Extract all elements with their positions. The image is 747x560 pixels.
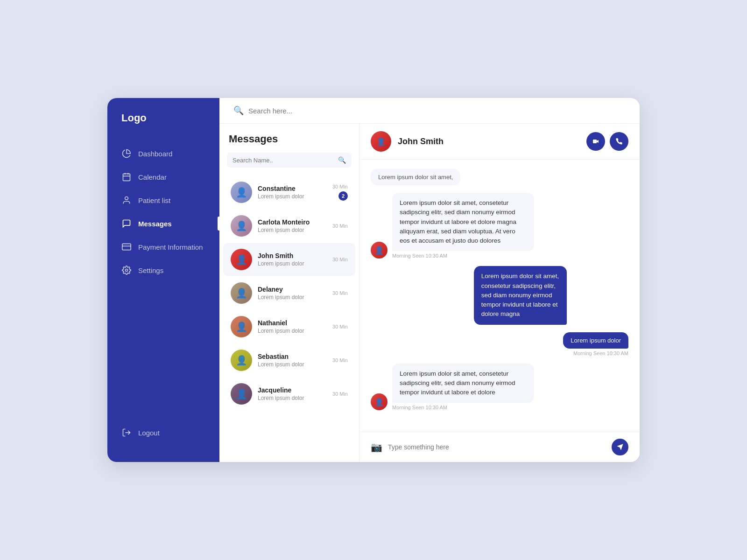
- chat-messages: Lorem ipsum dolor sit amet, 👤 Lorem ipsu…: [359, 160, 640, 432]
- sidebar-label-payment: Payment Information: [138, 243, 203, 251]
- avatar: 👤: [231, 350, 252, 371]
- chat-input[interactable]: [388, 443, 606, 451]
- message-time: 30 Min: [332, 290, 348, 296]
- contact-name: John Smith: [258, 252, 327, 259]
- chat-sender-avatar: 👤: [371, 242, 388, 259]
- sidebar-nav: Dashboard Calendar Patient list: [107, 143, 219, 413]
- message-time: 30 Min: [332, 391, 348, 397]
- chat-message-row: Lorem ipsum dolor Morning Seen 10:30 AM: [371, 332, 628, 356]
- list-item[interactable]: 👤 Carlota Monteiro Lorem ipsum dolor 30 …: [223, 210, 355, 242]
- message-info: Nathaniel Lorem ipsum dolor: [258, 319, 327, 334]
- svg-point-7: [126, 269, 128, 272]
- chat-icon: [121, 218, 132, 229]
- video-call-button[interactable]: [586, 132, 605, 151]
- sidebar-item-logout[interactable]: Logout: [121, 422, 205, 443]
- messages-search-box: 🔍: [227, 153, 352, 168]
- chat-bubble-received: Lorem ipsum dolor sit amet, consetetur s…: [392, 193, 628, 259]
- sidebar-label-patient-list: Patient list: [138, 196, 170, 204]
- gear-icon: [121, 265, 132, 275]
- sidebar-label-settings: Settings: [138, 266, 163, 274]
- message-meta: 30 Min: [332, 257, 348, 262]
- camera-icon[interactable]: 📷: [371, 441, 382, 453]
- message-time: 30 Min: [332, 184, 348, 189]
- sidebar-item-payment[interactable]: Payment Information: [107, 236, 219, 258]
- calendar-icon: [121, 172, 132, 182]
- card-icon: [121, 242, 132, 252]
- chat-actions: [586, 132, 628, 151]
- sidebar-label-messages: Messages: [138, 220, 172, 228]
- chat-sender-avatar: 👤: [371, 393, 388, 410]
- messages-panel: Messages 🔍 👤 Constantine Lorem ipsum dol…: [219, 124, 359, 462]
- list-item[interactable]: 👤 John Smith Lorem ipsum dolor 30 Min: [223, 243, 355, 276]
- sidebar-item-dashboard[interactable]: Dashboard: [107, 143, 219, 164]
- message-badge: 2: [338, 191, 348, 201]
- list-item[interactable]: 👤 Sebastian Lorem ipsum dolor 30 Min: [223, 344, 355, 377]
- list-item[interactable]: 👤 Jacqueline Lorem ipsum dolor 30 Min: [223, 378, 355, 410]
- message-info: Sebastian Lorem ipsum dolor: [258, 353, 327, 368]
- sidebar-label-dashboard: Dashboard: [138, 150, 172, 158]
- message-info: Constantine Lorem ipsum dolor: [258, 185, 327, 200]
- message-info: Carlota Monteiro Lorem ipsum dolor: [258, 218, 327, 233]
- chat-bubble-sent: Lorem ipsum dolor sit amet, consetetur s…: [474, 266, 628, 324]
- message-preview: Lorem ipsum dolor: [258, 227, 327, 233]
- svg-rect-5: [122, 244, 131, 250]
- list-item[interactable]: 👤 Delaney Lorem ipsum dolor 30 Min: [223, 277, 355, 309]
- avatar: 👤: [231, 182, 252, 203]
- chat-message-row: Lorem ipsum dolor sit amet, consetetur s…: [371, 266, 628, 324]
- message-info: Jacqueline Lorem ipsum dolor: [258, 386, 327, 401]
- sidebar-bottom: Logout: [107, 413, 219, 453]
- message-meta: 30 Min: [332, 223, 348, 229]
- message-preview: Lorem ipsum dolor: [258, 260, 327, 267]
- messages-list: 👤 Constantine Lorem ipsum dolor 30 Min 2…: [219, 175, 359, 462]
- chat-timestamp: Morning Seen 10:30 AM: [392, 253, 628, 259]
- message-info: John Smith Lorem ipsum dolor: [258, 252, 327, 267]
- logout-icon: [121, 427, 132, 438]
- message-meta: 30 Min: [332, 357, 348, 363]
- chat-message-row: 👤 Lorem ipsum dolor sit amet, consetetur…: [371, 364, 628, 411]
- message-time: 30 Min: [332, 357, 348, 363]
- message-time: 30 Min: [332, 324, 348, 329]
- message-time: 30 Min: [332, 257, 348, 262]
- chat-avatar: 👤: [371, 131, 391, 152]
- contact-name: Sebastian: [258, 353, 327, 360]
- user-icon: [121, 195, 132, 205]
- send-button[interactable]: [612, 439, 628, 455]
- bubble-text: Lorem ipsum dolor sit amet, consetetur s…: [474, 266, 567, 324]
- svg-point-4: [125, 197, 128, 200]
- search-input[interactable]: [248, 107, 626, 115]
- sidebar-item-messages[interactable]: Messages: [107, 213, 219, 234]
- avatar: 👤: [231, 282, 252, 304]
- message-meta: 30 Min: [332, 290, 348, 296]
- header: 🔍: [219, 98, 640, 124]
- phone-call-button[interactable]: [610, 132, 628, 151]
- avatar: 👤: [231, 383, 252, 405]
- logo: Logo: [107, 112, 219, 143]
- avatar: 👤: [231, 215, 252, 237]
- messages-search-input[interactable]: [233, 157, 334, 164]
- sidebar-item-patient-list[interactable]: Patient list: [107, 189, 219, 211]
- sidebar-item-calendar[interactable]: Calendar: [107, 166, 219, 188]
- messages-search-icon: 🔍: [338, 156, 346, 164]
- list-item[interactable]: 👤 Nathaniel Lorem ipsum dolor 30 Min: [223, 310, 355, 343]
- contact-name: Delaney: [258, 286, 327, 293]
- sidebar-item-settings[interactable]: Settings: [107, 259, 219, 281]
- chat-message-row: Lorem ipsum dolor sit amet,: [371, 169, 628, 185]
- chat-message-row: 👤 Lorem ipsum dolor sit amet, consetetur…: [371, 193, 628, 259]
- chat-bubble-received-small: Lorem ipsum dolor sit amet,: [371, 169, 460, 185]
- message-meta: 30 Min 2: [332, 184, 348, 201]
- content-area: Messages 🔍 👤 Constantine Lorem ipsum dol…: [219, 124, 640, 462]
- app-container: Logo Dashboard Calendar Pati: [107, 98, 640, 462]
- chat-bubble-received: Lorem ipsum dolor sit amet, consetetur s…: [392, 364, 628, 411]
- message-meta: 30 Min: [332, 324, 348, 329]
- pie-chart-icon: [121, 148, 132, 159]
- message-time: 30 Min: [332, 223, 348, 229]
- message-preview: Lorem ipsum dolor: [258, 328, 327, 334]
- list-item[interactable]: 👤 Constantine Lorem ipsum dolor 30 Min 2: [223, 176, 355, 209]
- message-preview: Lorem ipsum dolor: [258, 361, 327, 368]
- svg-rect-0: [123, 174, 130, 181]
- avatar: 👤: [231, 316, 252, 337]
- message-preview: Lorem ipsum dolor: [258, 193, 327, 200]
- contact-name: Carlota Monteiro: [258, 218, 327, 226]
- message-preview: Lorem ipsum dolor: [258, 395, 327, 401]
- sidebar-label-calendar: Calendar: [138, 173, 167, 181]
